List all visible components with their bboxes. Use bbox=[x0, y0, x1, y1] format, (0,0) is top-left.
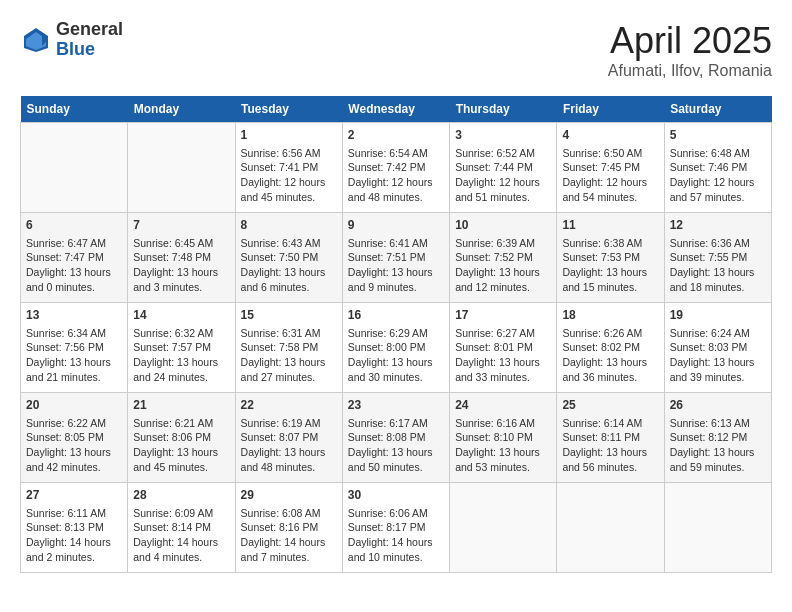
day-info: Sunrise: 6:16 AM bbox=[455, 416, 551, 431]
day-number: 17 bbox=[455, 307, 551, 324]
day-info: Sunrise: 6:17 AM bbox=[348, 416, 444, 431]
header-cell-saturday: Saturday bbox=[664, 96, 771, 123]
day-info: Sunset: 8:08 PM bbox=[348, 430, 444, 445]
day-number: 29 bbox=[241, 487, 337, 504]
day-info: Sunset: 8:16 PM bbox=[241, 520, 337, 535]
day-number: 4 bbox=[562, 127, 658, 144]
header-cell-monday: Monday bbox=[128, 96, 235, 123]
title-block: April 2025 Afumati, Ilfov, Romania bbox=[608, 20, 772, 80]
day-info: Daylight: 13 hours bbox=[133, 265, 229, 280]
day-info: and 45 minutes. bbox=[133, 460, 229, 475]
day-info: Sunset: 7:57 PM bbox=[133, 340, 229, 355]
day-info: Sunrise: 6:19 AM bbox=[241, 416, 337, 431]
week-row: 13Sunrise: 6:34 AMSunset: 7:56 PMDayligh… bbox=[21, 303, 772, 393]
day-info: Sunset: 7:48 PM bbox=[133, 250, 229, 265]
day-info: Sunrise: 6:06 AM bbox=[348, 506, 444, 521]
header-row: SundayMondayTuesdayWednesdayThursdayFrid… bbox=[21, 96, 772, 123]
day-info: and 33 minutes. bbox=[455, 370, 551, 385]
calendar-cell: 3Sunrise: 6:52 AMSunset: 7:44 PMDaylight… bbox=[450, 123, 557, 213]
day-info: Daylight: 13 hours bbox=[455, 265, 551, 280]
day-number: 2 bbox=[348, 127, 444, 144]
day-info: and 59 minutes. bbox=[670, 460, 766, 475]
day-info: Daylight: 13 hours bbox=[241, 265, 337, 280]
day-number: 30 bbox=[348, 487, 444, 504]
day-info: Sunrise: 6:13 AM bbox=[670, 416, 766, 431]
logo-blue: Blue bbox=[56, 40, 123, 60]
day-info: Daylight: 13 hours bbox=[348, 355, 444, 370]
day-info: Sunrise: 6:09 AM bbox=[133, 506, 229, 521]
day-number: 6 bbox=[26, 217, 122, 234]
day-number: 16 bbox=[348, 307, 444, 324]
day-number: 10 bbox=[455, 217, 551, 234]
week-row: 6Sunrise: 6:47 AMSunset: 7:47 PMDaylight… bbox=[21, 213, 772, 303]
day-info: Sunrise: 6:41 AM bbox=[348, 236, 444, 251]
calendar-cell: 11Sunrise: 6:38 AMSunset: 7:53 PMDayligh… bbox=[557, 213, 664, 303]
day-number: 23 bbox=[348, 397, 444, 414]
day-info: Sunset: 7:58 PM bbox=[241, 340, 337, 355]
day-number: 21 bbox=[133, 397, 229, 414]
calendar-cell bbox=[128, 123, 235, 213]
calendar-cell: 2Sunrise: 6:54 AMSunset: 7:42 PMDaylight… bbox=[342, 123, 449, 213]
day-info: Sunset: 7:51 PM bbox=[348, 250, 444, 265]
day-info: Sunrise: 6:47 AM bbox=[26, 236, 122, 251]
day-info: Daylight: 13 hours bbox=[348, 445, 444, 460]
day-number: 7 bbox=[133, 217, 229, 234]
logo: General Blue bbox=[20, 20, 123, 60]
calendar-cell: 8Sunrise: 6:43 AMSunset: 7:50 PMDaylight… bbox=[235, 213, 342, 303]
day-info: Daylight: 12 hours bbox=[670, 175, 766, 190]
day-info: Sunrise: 6:54 AM bbox=[348, 146, 444, 161]
day-number: 11 bbox=[562, 217, 658, 234]
day-number: 24 bbox=[455, 397, 551, 414]
day-info: Sunset: 8:02 PM bbox=[562, 340, 658, 355]
day-info: Sunrise: 6:24 AM bbox=[670, 326, 766, 341]
calendar-cell: 18Sunrise: 6:26 AMSunset: 8:02 PMDayligh… bbox=[557, 303, 664, 393]
day-info: Sunrise: 6:32 AM bbox=[133, 326, 229, 341]
day-info: and 45 minutes. bbox=[241, 190, 337, 205]
day-info: Sunset: 7:47 PM bbox=[26, 250, 122, 265]
calendar-cell bbox=[21, 123, 128, 213]
day-info: and 9 minutes. bbox=[348, 280, 444, 295]
day-info: Daylight: 13 hours bbox=[26, 355, 122, 370]
day-info: Sunrise: 6:08 AM bbox=[241, 506, 337, 521]
calendar-cell: 5Sunrise: 6:48 AMSunset: 7:46 PMDaylight… bbox=[664, 123, 771, 213]
day-info: Daylight: 13 hours bbox=[241, 445, 337, 460]
day-info: Daylight: 13 hours bbox=[26, 445, 122, 460]
day-info: Sunset: 8:13 PM bbox=[26, 520, 122, 535]
day-info: and 48 minutes. bbox=[241, 460, 337, 475]
day-info: and 48 minutes. bbox=[348, 190, 444, 205]
day-info: and 30 minutes. bbox=[348, 370, 444, 385]
day-info: Sunset: 7:41 PM bbox=[241, 160, 337, 175]
day-info: Sunset: 8:00 PM bbox=[348, 340, 444, 355]
day-info: Sunrise: 6:34 AM bbox=[26, 326, 122, 341]
day-info: Sunset: 7:44 PM bbox=[455, 160, 551, 175]
day-number: 5 bbox=[670, 127, 766, 144]
day-info: Daylight: 13 hours bbox=[455, 355, 551, 370]
calendar-cell: 22Sunrise: 6:19 AMSunset: 8:07 PMDayligh… bbox=[235, 393, 342, 483]
calendar-cell: 12Sunrise: 6:36 AMSunset: 7:55 PMDayligh… bbox=[664, 213, 771, 303]
day-number: 27 bbox=[26, 487, 122, 504]
header-cell-thursday: Thursday bbox=[450, 96, 557, 123]
day-number: 19 bbox=[670, 307, 766, 324]
day-info: and 39 minutes. bbox=[670, 370, 766, 385]
day-info: Daylight: 13 hours bbox=[348, 265, 444, 280]
day-info: Sunset: 7:42 PM bbox=[348, 160, 444, 175]
location: Afumati, Ilfov, Romania bbox=[608, 62, 772, 80]
day-info: Daylight: 14 hours bbox=[348, 535, 444, 550]
day-info: and 36 minutes. bbox=[562, 370, 658, 385]
day-number: 28 bbox=[133, 487, 229, 504]
page-header: General Blue April 2025 Afumati, Ilfov, … bbox=[20, 20, 772, 80]
day-info: and 53 minutes. bbox=[455, 460, 551, 475]
day-info: and 24 minutes. bbox=[133, 370, 229, 385]
month-title: April 2025 bbox=[608, 20, 772, 62]
calendar-cell: 29Sunrise: 6:08 AMSunset: 8:16 PMDayligh… bbox=[235, 483, 342, 573]
day-number: 25 bbox=[562, 397, 658, 414]
day-info: Daylight: 12 hours bbox=[562, 175, 658, 190]
day-info: Sunrise: 6:27 AM bbox=[455, 326, 551, 341]
day-info: Sunset: 8:12 PM bbox=[670, 430, 766, 445]
day-info: Daylight: 12 hours bbox=[455, 175, 551, 190]
calendar-cell: 10Sunrise: 6:39 AMSunset: 7:52 PMDayligh… bbox=[450, 213, 557, 303]
calendar-body: 1Sunrise: 6:56 AMSunset: 7:41 PMDaylight… bbox=[21, 123, 772, 573]
day-info: and 51 minutes. bbox=[455, 190, 551, 205]
day-info: Sunrise: 6:22 AM bbox=[26, 416, 122, 431]
day-info: Daylight: 14 hours bbox=[133, 535, 229, 550]
